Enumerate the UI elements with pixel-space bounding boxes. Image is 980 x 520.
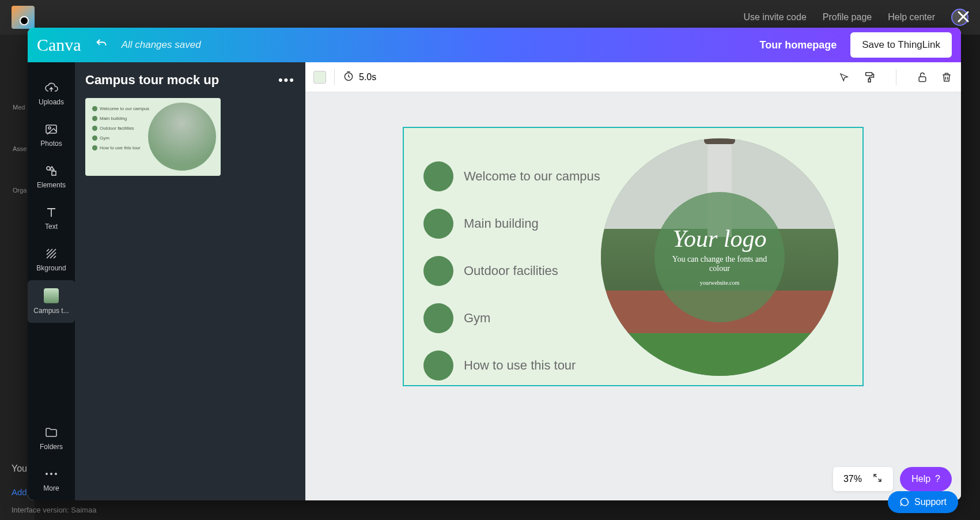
rail-elements[interactable]: Elements (28, 156, 75, 197)
rail-folders[interactable]: Folders (28, 417, 75, 459)
cloud-upload-icon (44, 81, 58, 95)
bullet-dot (423, 209, 453, 239)
support-label: Support (914, 497, 947, 507)
scrollbar-horizontal[interactable] (307, 493, 954, 499)
trash-icon[interactable] (940, 71, 953, 84)
panel-more-icon[interactable]: ••• (278, 73, 295, 88)
row-text: Gym (464, 311, 490, 326)
canvas-area: 5.0s Welcome to our campus Main building… (305, 62, 961, 500)
rail-label: Bkground (36, 264, 66, 272)
bg-version: Interface version: Saimaa (12, 506, 96, 514)
svg-point-6 (55, 473, 57, 475)
logo-subtext: You can change the fonts and colour (661, 255, 778, 274)
bg-add-link[interactable]: Add (12, 487, 27, 497)
zoom-value: 37% (843, 474, 862, 484)
more-icon (44, 467, 58, 481)
svg-rect-10 (919, 77, 926, 81)
side-panel: Campus tour mock up ••• Welcome to our c… (75, 62, 305, 500)
svg-rect-8 (866, 72, 872, 76)
thumb-icon (44, 288, 59, 303)
undo-icon[interactable] (95, 37, 108, 52)
help-button[interactable]: Help ? (900, 467, 952, 491)
left-icon-rail: Uploads Photos Elements Text Bkground Ca… (28, 62, 75, 500)
shapes-icon (44, 164, 58, 178)
rail-label: Folders (40, 443, 63, 451)
svg-rect-3 (52, 171, 56, 175)
row-text: Main building (464, 216, 539, 231)
row-text: How to use this tour (464, 358, 576, 373)
thumb-text: Gym (100, 135, 109, 141)
rail-label: Uploads (39, 98, 64, 106)
rail-uploads[interactable]: Uploads (28, 73, 75, 114)
profile-link[interactable]: Profile page (823, 12, 872, 22)
canvas-toolbar: 5.0s (305, 62, 961, 92)
canva-header: Canva All changes saved Tour homepage Sa… (28, 28, 961, 62)
zoom-control[interactable]: 37% (833, 467, 893, 491)
bg-color-swatch[interactable] (313, 71, 326, 84)
list-item[interactable]: Outdoor facilities (423, 256, 600, 286)
thumb-text: How to use this tour (100, 145, 141, 150)
rail-label: Text (45, 223, 58, 231)
rail-photos[interactable]: Photos (28, 114, 75, 156)
thinglink-logo (12, 6, 35, 29)
canva-logo[interactable]: Canva (37, 35, 81, 55)
texture-icon (44, 247, 58, 261)
paint-roller-icon[interactable] (864, 71, 876, 84)
rail-background[interactable]: Bkground (28, 239, 75, 280)
list-item[interactable]: Gym (423, 303, 600, 333)
fullscreen-icon[interactable] (872, 473, 883, 485)
svg-point-1 (48, 127, 51, 129)
tour-homepage-link[interactable]: Tour homepage (760, 39, 837, 51)
list-item[interactable]: How to use this tour (423, 351, 600, 380)
bullet-dot (423, 256, 453, 286)
thumb-text: Outdoor facilities (100, 126, 134, 131)
logo-url: yourwebsite.com (700, 280, 740, 286)
question-icon: ? (935, 474, 940, 484)
cursor-icon[interactable] (838, 71, 850, 84)
logo-overlay[interactable]: Your logo You can change the fonts and c… (654, 192, 785, 322)
saved-status: All changes saved (122, 39, 201, 51)
list-item[interactable]: Main building (423, 209, 600, 239)
support-button[interactable]: Support (888, 491, 958, 513)
bullet-dot (423, 351, 453, 380)
campus-image-circle[interactable]: Your logo You can change the fonts and c… (601, 138, 838, 376)
bullet-dot (423, 303, 453, 333)
svg-point-4 (46, 473, 48, 475)
invite-link[interactable]: Use invite code (743, 12, 806, 22)
slide-thumbnail[interactable]: Welcome to our campus Main building Outd… (85, 98, 221, 176)
folder-icon (44, 425, 58, 439)
text-icon (44, 205, 58, 219)
logo-text: Your logo (672, 228, 766, 250)
canva-modal: Canva All changes saved Tour homepage Sa… (28, 28, 961, 500)
timer-icon[interactable] (343, 70, 354, 84)
list-item[interactable]: Welcome to our campus (423, 161, 600, 191)
thumb-text: Welcome to our campus (100, 106, 149, 111)
photo-icon (44, 122, 58, 136)
rail-label: Campus t... (33, 307, 69, 315)
rail-text[interactable]: Text (28, 197, 75, 239)
thumb-text: Main building (100, 116, 127, 121)
bullet-dot (423, 161, 453, 191)
rail-more[interactable]: More (28, 459, 75, 500)
panel-title: Campus tour mock up (85, 73, 219, 88)
svg-rect-0 (46, 125, 56, 133)
rail-label: Elements (37, 181, 66, 189)
slide-canvas[interactable]: Welcome to our campus Main building Outd… (403, 127, 864, 386)
row-text: Outdoor facilities (464, 263, 558, 278)
rail-campus-thumb[interactable]: Campus t... (28, 280, 75, 323)
canvas-viewport[interactable]: Welcome to our campus Main building Outd… (305, 92, 961, 500)
help-link[interactable]: Help center (888, 12, 935, 22)
rail-label: Photos (40, 140, 62, 148)
unlock-icon[interactable] (916, 71, 929, 84)
save-button[interactable]: Save to ThingLink (850, 32, 952, 58)
close-icon[interactable] (955, 8, 972, 25)
duration-value[interactable]: 5.0s (359, 72, 376, 82)
help-label: Help (911, 474, 930, 484)
svg-point-5 (50, 473, 52, 475)
svg-rect-9 (868, 78, 871, 82)
row-text: Welcome to our campus (464, 169, 600, 184)
rail-label: More (43, 484, 59, 492)
scrollbar-vertical[interactable] (954, 92, 960, 490)
